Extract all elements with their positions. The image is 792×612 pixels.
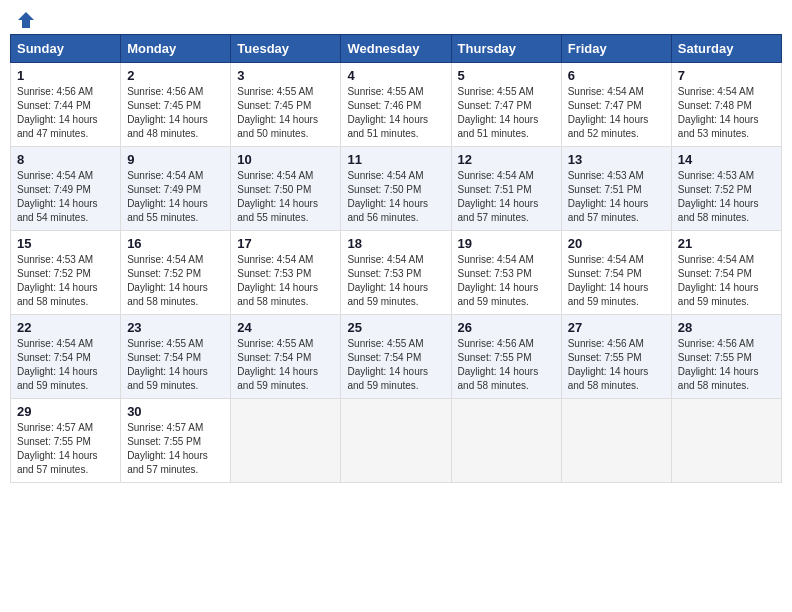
day-info: Sunrise: 4:54 AMSunset: 7:50 PMDaylight:… <box>237 169 334 225</box>
day-info: Sunrise: 4:55 AMSunset: 7:54 PMDaylight:… <box>127 337 224 393</box>
sunset-text: Sunset: 7:49 PM <box>17 184 91 195</box>
daylight-text: Daylight: 14 hours and 58 minutes. <box>127 282 208 307</box>
day-number: 30 <box>127 404 224 419</box>
daylight-text: Daylight: 14 hours and 57 minutes. <box>127 450 208 475</box>
sunset-text: Sunset: 7:45 PM <box>237 100 311 111</box>
day-info: Sunrise: 4:55 AMSunset: 7:46 PMDaylight:… <box>347 85 444 141</box>
day-info: Sunrise: 4:54 AMSunset: 7:52 PMDaylight:… <box>127 253 224 309</box>
sunset-text: Sunset: 7:54 PM <box>237 352 311 363</box>
sunrise-text: Sunrise: 4:55 AM <box>347 338 423 349</box>
day-number: 8 <box>17 152 114 167</box>
daylight-text: Daylight: 14 hours and 59 minutes. <box>347 366 428 391</box>
sunrise-text: Sunrise: 4:54 AM <box>568 254 644 265</box>
day-info: Sunrise: 4:54 AMSunset: 7:50 PMDaylight:… <box>347 169 444 225</box>
sunrise-text: Sunrise: 4:54 AM <box>17 338 93 349</box>
daylight-text: Daylight: 14 hours and 58 minutes. <box>458 366 539 391</box>
day-info: Sunrise: 4:54 AMSunset: 7:49 PMDaylight:… <box>127 169 224 225</box>
day-info: Sunrise: 4:55 AMSunset: 7:54 PMDaylight:… <box>347 337 444 393</box>
day-number: 1 <box>17 68 114 83</box>
day-info: Sunrise: 4:54 AMSunset: 7:47 PMDaylight:… <box>568 85 665 141</box>
day-number: 26 <box>458 320 555 335</box>
sunrise-text: Sunrise: 4:55 AM <box>347 86 423 97</box>
sunset-text: Sunset: 7:54 PM <box>347 352 421 363</box>
calendar-day-cell: 29Sunrise: 4:57 AMSunset: 7:55 PMDayligh… <box>11 399 121 483</box>
sunrise-text: Sunrise: 4:55 AM <box>458 86 534 97</box>
daylight-text: Daylight: 14 hours and 51 minutes. <box>347 114 428 139</box>
sunset-text: Sunset: 7:52 PM <box>127 268 201 279</box>
daylight-text: Daylight: 14 hours and 59 minutes. <box>678 282 759 307</box>
day-number: 7 <box>678 68 775 83</box>
day-info: Sunrise: 4:54 AMSunset: 7:53 PMDaylight:… <box>237 253 334 309</box>
page-header <box>10 10 782 26</box>
sunrise-text: Sunrise: 4:55 AM <box>237 86 313 97</box>
calendar-week-row: 1Sunrise: 4:56 AMSunset: 7:44 PMDaylight… <box>11 63 782 147</box>
calendar-header-row: SundayMondayTuesdayWednesdayThursdayFrid… <box>11 35 782 63</box>
sunrise-text: Sunrise: 4:54 AM <box>678 254 754 265</box>
day-number: 6 <box>568 68 665 83</box>
sunset-text: Sunset: 7:51 PM <box>568 184 642 195</box>
sunset-text: Sunset: 7:53 PM <box>347 268 421 279</box>
calendar-day-cell: 13Sunrise: 4:53 AMSunset: 7:51 PMDayligh… <box>561 147 671 231</box>
calendar-day-cell: 14Sunrise: 4:53 AMSunset: 7:52 PMDayligh… <box>671 147 781 231</box>
day-number: 20 <box>568 236 665 251</box>
calendar-day-cell: 18Sunrise: 4:54 AMSunset: 7:53 PMDayligh… <box>341 231 451 315</box>
day-info: Sunrise: 4:56 AMSunset: 7:45 PMDaylight:… <box>127 85 224 141</box>
day-info: Sunrise: 4:54 AMSunset: 7:54 PMDaylight:… <box>568 253 665 309</box>
calendar-day-cell <box>451 399 561 483</box>
sunrise-text: Sunrise: 4:53 AM <box>568 170 644 181</box>
sunset-text: Sunset: 7:54 PM <box>17 352 91 363</box>
day-number: 12 <box>458 152 555 167</box>
day-number: 23 <box>127 320 224 335</box>
calendar-day-cell: 4Sunrise: 4:55 AMSunset: 7:46 PMDaylight… <box>341 63 451 147</box>
weekday-header: Sunday <box>11 35 121 63</box>
sunset-text: Sunset: 7:44 PM <box>17 100 91 111</box>
sunset-text: Sunset: 7:55 PM <box>17 436 91 447</box>
sunrise-text: Sunrise: 4:56 AM <box>17 86 93 97</box>
day-info: Sunrise: 4:54 AMSunset: 7:51 PMDaylight:… <box>458 169 555 225</box>
day-number: 16 <box>127 236 224 251</box>
day-info: Sunrise: 4:53 AMSunset: 7:52 PMDaylight:… <box>17 253 114 309</box>
calendar-day-cell: 10Sunrise: 4:54 AMSunset: 7:50 PMDayligh… <box>231 147 341 231</box>
calendar-day-cell <box>561 399 671 483</box>
day-number: 3 <box>237 68 334 83</box>
day-number: 4 <box>347 68 444 83</box>
sunset-text: Sunset: 7:55 PM <box>678 352 752 363</box>
sunset-text: Sunset: 7:54 PM <box>568 268 642 279</box>
sunrise-text: Sunrise: 4:54 AM <box>237 254 313 265</box>
calendar-day-cell: 21Sunrise: 4:54 AMSunset: 7:54 PMDayligh… <box>671 231 781 315</box>
calendar-day-cell: 3Sunrise: 4:55 AMSunset: 7:45 PMDaylight… <box>231 63 341 147</box>
sunset-text: Sunset: 7:47 PM <box>458 100 532 111</box>
sunset-text: Sunset: 7:55 PM <box>568 352 642 363</box>
day-number: 19 <box>458 236 555 251</box>
daylight-text: Daylight: 14 hours and 58 minutes. <box>568 366 649 391</box>
daylight-text: Daylight: 14 hours and 58 minutes. <box>237 282 318 307</box>
daylight-text: Daylight: 14 hours and 58 minutes. <box>678 198 759 223</box>
day-number: 27 <box>568 320 665 335</box>
calendar-day-cell <box>231 399 341 483</box>
sunrise-text: Sunrise: 4:54 AM <box>568 86 644 97</box>
sunrise-text: Sunrise: 4:57 AM <box>17 422 93 433</box>
daylight-text: Daylight: 14 hours and 59 minutes. <box>127 366 208 391</box>
calendar-week-row: 29Sunrise: 4:57 AMSunset: 7:55 PMDayligh… <box>11 399 782 483</box>
sunset-text: Sunset: 7:48 PM <box>678 100 752 111</box>
calendar-day-cell: 11Sunrise: 4:54 AMSunset: 7:50 PMDayligh… <box>341 147 451 231</box>
calendar-day-cell: 15Sunrise: 4:53 AMSunset: 7:52 PMDayligh… <box>11 231 121 315</box>
calendar-day-cell: 6Sunrise: 4:54 AMSunset: 7:47 PMDaylight… <box>561 63 671 147</box>
daylight-text: Daylight: 14 hours and 59 minutes. <box>17 366 98 391</box>
logo <box>14 10 36 26</box>
day-info: Sunrise: 4:56 AMSunset: 7:55 PMDaylight:… <box>458 337 555 393</box>
day-number: 10 <box>237 152 334 167</box>
sunset-text: Sunset: 7:49 PM <box>127 184 201 195</box>
day-info: Sunrise: 4:54 AMSunset: 7:53 PMDaylight:… <box>347 253 444 309</box>
calendar-day-cell: 17Sunrise: 4:54 AMSunset: 7:53 PMDayligh… <box>231 231 341 315</box>
calendar-day-cell: 2Sunrise: 4:56 AMSunset: 7:45 PMDaylight… <box>121 63 231 147</box>
sunrise-text: Sunrise: 4:56 AM <box>127 86 203 97</box>
weekday-header: Wednesday <box>341 35 451 63</box>
calendar-day-cell: 30Sunrise: 4:57 AMSunset: 7:55 PMDayligh… <box>121 399 231 483</box>
daylight-text: Daylight: 14 hours and 52 minutes. <box>568 114 649 139</box>
sunset-text: Sunset: 7:50 PM <box>237 184 311 195</box>
sunset-text: Sunset: 7:52 PM <box>17 268 91 279</box>
sunset-text: Sunset: 7:51 PM <box>458 184 532 195</box>
calendar-day-cell: 16Sunrise: 4:54 AMSunset: 7:52 PMDayligh… <box>121 231 231 315</box>
sunrise-text: Sunrise: 4:55 AM <box>237 338 313 349</box>
